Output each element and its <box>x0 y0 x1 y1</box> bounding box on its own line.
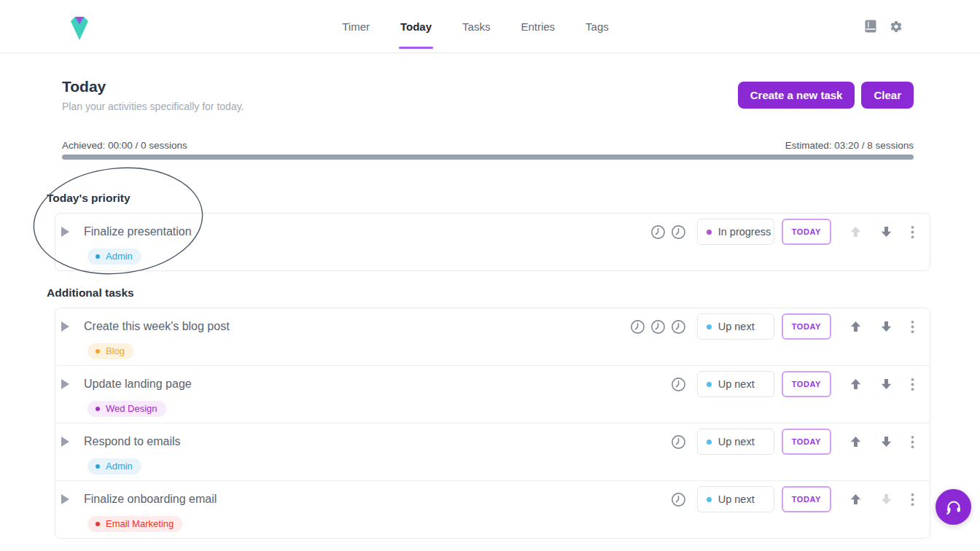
page-title: Today <box>62 78 244 95</box>
today-button[interactable]: TODAY <box>782 371 831 397</box>
today-button[interactable]: TODAY <box>782 313 831 340</box>
time-estimate-clock-icon[interactable] <box>650 319 666 335</box>
time-estimate-clock-icon[interactable] <box>671 224 686 240</box>
move-up-button[interactable] <box>849 493 862 506</box>
status-dot-icon <box>707 439 712 445</box>
status-label: Up next <box>718 493 755 505</box>
additional-task-list: Create this week's blog post Up next TOD… <box>55 308 930 539</box>
tab-today[interactable]: Today <box>400 0 432 52</box>
page-header: Today Plan your activities specifically … <box>62 78 914 112</box>
sessions-progress: Achieved: 00:00 / 0 sessions Estimated: … <box>62 140 914 160</box>
priority-section-heading: Today's priority <box>47 192 930 205</box>
task-expand-icon[interactable] <box>61 321 70 332</box>
status-label: Up next <box>718 321 755 332</box>
header-icons <box>864 0 903 52</box>
clock-group <box>671 492 686 507</box>
create-task-button[interactable]: Create a new task <box>738 82 855 109</box>
status-dropdown[interactable]: Up next <box>697 486 774 512</box>
additional-section-heading: Additional tasks <box>47 286 930 300</box>
today-button[interactable]: TODAY <box>782 219 831 245</box>
clock-group <box>630 319 686 335</box>
task-title: Update landing page <box>84 378 192 391</box>
status-dot-icon <box>707 497 712 502</box>
tag-dot-icon <box>96 349 100 353</box>
task-expand-icon[interactable] <box>61 378 70 390</box>
today-button[interactable]: TODAY <box>782 429 831 455</box>
move-down-button[interactable] <box>880 435 892 448</box>
status-dot-icon <box>707 382 712 387</box>
clear-button[interactable]: Clear <box>861 82 914 109</box>
estimated-label: Estimated: 03:20 / 8 sessions <box>785 140 914 151</box>
move-down-button[interactable] <box>880 493 892 506</box>
tag-label: Email Marketing <box>106 518 174 529</box>
move-down-button[interactable] <box>880 378 892 391</box>
task-expand-icon[interactable] <box>61 493 70 505</box>
task-title: Respond to emails <box>84 435 181 448</box>
clock-group <box>650 224 686 240</box>
task-tag[interactable]: Admin <box>88 249 141 265</box>
move-up-button[interactable] <box>849 320 862 333</box>
task-title: Finalize onboarding email <box>84 493 217 506</box>
today-page: Today Plan your activities specifically … <box>0 78 980 539</box>
time-estimate-clock-icon[interactable] <box>671 434 686 450</box>
task-row: Update landing page Up next TODAY Wed <box>55 365 930 423</box>
task-title: Finalize presentation <box>84 225 192 238</box>
clock-group <box>671 434 686 450</box>
tab-entries[interactable]: Entries <box>521 0 555 52</box>
task-row: Finalize onboarding email Up next TODAY <box>55 480 930 538</box>
tag-label: Admin <box>106 251 133 262</box>
status-dropdown[interactable]: Up next <box>697 313 774 340</box>
tag-dot-icon <box>96 407 100 411</box>
task-expand-icon[interactable] <box>61 436 70 448</box>
time-estimate-clock-icon[interactable] <box>630 319 645 335</box>
task-row: Finalize presentation In progress TODAY <box>55 214 930 270</box>
status-dot-icon <box>707 324 712 329</box>
tag-label: Admin <box>106 461 133 472</box>
achieved-label: Achieved: 00:00 / 0 sessions <box>62 140 187 151</box>
tab-tags[interactable]: Tags <box>586 0 609 52</box>
task-tag[interactable]: Wed Design <box>88 401 166 417</box>
tag-dot-icon <box>96 464 100 469</box>
task-expand-icon[interactable] <box>61 226 70 238</box>
headset-icon <box>945 499 962 516</box>
move-down-button[interactable] <box>880 225 892 238</box>
status-dropdown[interactable]: Up next <box>697 429 774 455</box>
time-estimate-clock-icon[interactable] <box>671 319 686 335</box>
move-up-button[interactable] <box>849 225 862 238</box>
app-logo-icon[interactable] <box>71 15 88 41</box>
tab-tasks[interactable]: Tasks <box>462 0 490 52</box>
status-label: In progress <box>718 226 771 238</box>
priority-task-list: Finalize presentation In progress TODAY <box>55 213 930 271</box>
progress-bar <box>62 155 914 160</box>
task-menu-kebab-icon[interactable] <box>911 435 915 449</box>
page-subtitle: Plan your activities specifically for to… <box>62 101 244 112</box>
tag-label: Blog <box>106 345 125 356</box>
task-section: Today's priority Finalize presentation I… <box>50 192 930 271</box>
move-up-button[interactable] <box>849 378 862 391</box>
tab-timer[interactable]: Timer <box>342 0 370 52</box>
tag-dot-icon <box>96 522 100 526</box>
time-estimate-clock-icon[interactable] <box>650 224 666 240</box>
time-estimate-clock-icon[interactable] <box>671 492 686 507</box>
status-label: Up next <box>718 378 755 390</box>
nav-tabs: TimerTodayTasksEntriesTags <box>342 0 609 52</box>
task-tag[interactable]: Admin <box>88 458 141 474</box>
task-menu-kebab-icon[interactable] <box>911 493 915 507</box>
move-down-button[interactable] <box>880 320 892 333</box>
task-menu-kebab-icon[interactable] <box>911 225 915 239</box>
support-chat-button[interactable] <box>936 489 971 525</box>
task-menu-kebab-icon[interactable] <box>911 378 915 391</box>
time-estimate-clock-icon[interactable] <box>671 377 686 392</box>
today-button[interactable]: TODAY <box>782 486 831 512</box>
task-tag[interactable]: Email Marketing <box>88 516 182 532</box>
status-dropdown[interactable]: In progress <box>697 219 774 245</box>
guide-book-icon[interactable] <box>864 20 877 33</box>
task-menu-kebab-icon[interactable] <box>911 320 915 334</box>
task-section: Additional tasks Create this week's blog… <box>50 286 930 539</box>
task-row: Respond to emails Up next TODAY Admin <box>55 423 930 480</box>
move-up-button[interactable] <box>849 435 862 448</box>
task-tag[interactable]: Blog <box>88 343 133 359</box>
settings-gear-icon[interactable] <box>890 20 903 33</box>
tag-dot-icon <box>96 254 100 259</box>
status-dropdown[interactable]: Up next <box>697 371 774 397</box>
